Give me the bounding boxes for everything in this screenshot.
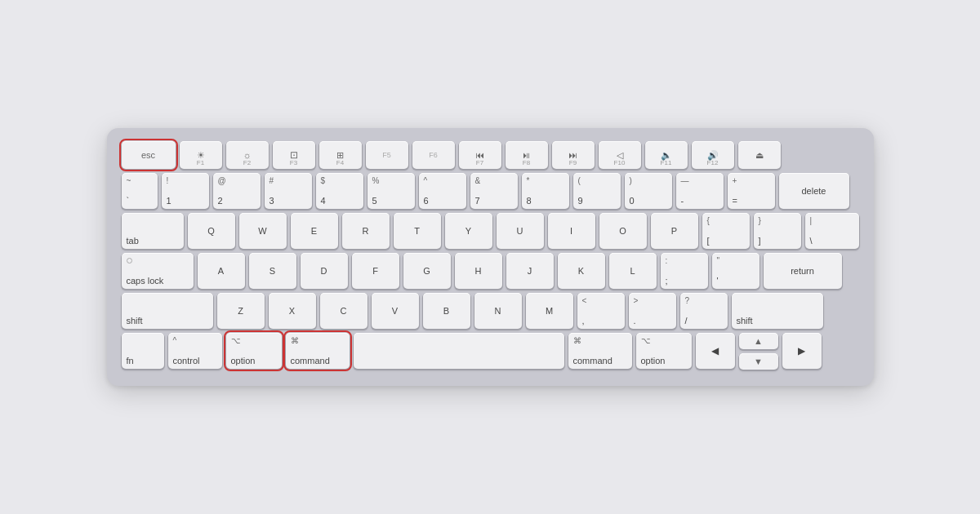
key-2[interactable]: @ 2: [213, 173, 261, 209]
key-f5[interactable]: F5: [366, 141, 408, 169]
key-l[interactable]: L: [609, 253, 657, 289]
key-quote[interactable]: " ': [712, 253, 760, 289]
key-tab[interactable]: tab: [122, 213, 184, 249]
key-3[interactable]: # 3: [265, 173, 312, 209]
key-comma[interactable]: < ,: [577, 293, 625, 329]
key-arrow-up[interactable]: ▲: [739, 333, 778, 349]
key-equals[interactable]: + =: [728, 173, 775, 209]
key-shift-right[interactable]: shift: [732, 293, 823, 329]
key-f11[interactable]: 🔈 F11: [645, 141, 688, 169]
key-q[interactable]: Q: [188, 213, 235, 249]
key-x[interactable]: X: [269, 293, 316, 329]
key-slash[interactable]: ? /: [680, 293, 728, 329]
key-f6[interactable]: F6: [412, 141, 455, 169]
key-arrow-left[interactable]: ◀: [696, 333, 735, 369]
key-eject[interactable]: ⏏: [738, 141, 781, 169]
capslock-indicator: [127, 258, 132, 264]
key-v[interactable]: V: [372, 293, 419, 329]
key-command-right[interactable]: ⌘ command: [568, 333, 632, 369]
key-space[interactable]: [354, 333, 564, 369]
key-fn[interactable]: fn: [122, 333, 164, 369]
key-4[interactable]: $ 4: [316, 173, 363, 209]
key-close-bracket[interactable]: } ]: [754, 213, 801, 249]
key-f12[interactable]: 🔊 F12: [692, 141, 734, 169]
key-open-bracket[interactable]: { [: [702, 213, 750, 249]
key-o[interactable]: O: [599, 213, 647, 249]
keyboard-body: esc ☀ F1 ☼ F2 ⊡ F3 ⊞ F4 F5 F6: [122, 141, 859, 370]
bottom-row: fn ^ control ⌥ option ⌘ command ⌘ comman…: [122, 333, 859, 370]
key-semicolon[interactable]: : ;: [661, 253, 708, 289]
key-z[interactable]: Z: [217, 293, 265, 329]
key-arrow-right[interactable]: ▶: [782, 333, 822, 369]
key-command-left[interactable]: ⌘ command: [286, 333, 350, 369]
key-control[interactable]: ^ control: [168, 333, 222, 369]
zxcv-row: shift Z X C V B N M < , > . ? / shift: [122, 293, 859, 329]
key-backslash[interactable]: | \: [805, 213, 859, 249]
key-p[interactable]: P: [651, 213, 698, 249]
key-s[interactable]: S: [249, 253, 296, 289]
key-f1[interactable]: ☀ F1: [180, 141, 222, 169]
key-n[interactable]: N: [474, 293, 522, 329]
key-g[interactable]: G: [403, 253, 451, 289]
qwerty-row: tab Q W E R T Y U I O P { [ } ] | \: [122, 213, 859, 249]
key-j[interactable]: J: [506, 253, 554, 289]
key-b[interactable]: B: [423, 293, 470, 329]
asdf-row: caps lock A S D F G H J K L : ; " ' retu…: [122, 253, 859, 289]
key-a[interactable]: A: [198, 253, 245, 289]
key-period[interactable]: > .: [629, 293, 676, 329]
key-f3[interactable]: ⊡ F3: [273, 141, 315, 169]
key-r[interactable]: R: [342, 213, 390, 249]
key-f9[interactable]: ⏭ F9: [552, 141, 595, 169]
keyboard: esc ☀ F1 ☼ F2 ⊡ F3 ⊞ F4 F5 F6: [107, 128, 874, 386]
key-f4[interactable]: ⊞ F4: [319, 141, 362, 169]
key-return[interactable]: return: [764, 253, 842, 289]
key-6[interactable]: ^ 6: [419, 173, 466, 209]
key-delete[interactable]: delete: [779, 173, 849, 209]
key-i[interactable]: I: [548, 213, 595, 249]
key-c[interactable]: C: [320, 293, 368, 329]
key-f10[interactable]: ◁ F10: [599, 141, 641, 169]
key-h[interactable]: H: [455, 253, 502, 289]
key-e[interactable]: E: [291, 213, 338, 249]
key-option-left[interactable]: ⌥ option: [226, 333, 282, 369]
key-w[interactable]: W: [239, 213, 287, 249]
key-8[interactable]: * 8: [522, 173, 569, 209]
arrow-up-down-group: ▲ ▼: [739, 333, 778, 370]
number-row: ~ ` ! 1 @ 2 # 3 $ 4 % 5: [122, 173, 859, 209]
key-capslock[interactable]: caps lock: [122, 253, 194, 289]
key-t[interactable]: T: [394, 213, 441, 249]
key-f8[interactable]: ⏯ F8: [506, 141, 548, 169]
key-option-right[interactable]: ⌥ option: [636, 333, 692, 369]
key-1[interactable]: ! 1: [162, 173, 209, 209]
key-minus[interactable]: — -: [676, 173, 724, 209]
key-m[interactable]: M: [526, 293, 573, 329]
key-esc-label: esc: [141, 151, 155, 160]
key-f7[interactable]: ⏮ F7: [459, 141, 501, 169]
key-k[interactable]: K: [558, 253, 605, 289]
key-y[interactable]: Y: [445, 213, 492, 249]
fn-row: esc ☀ F1 ☼ F2 ⊡ F3 ⊞ F4 F5 F6: [122, 141, 859, 169]
key-5[interactable]: % 5: [368, 173, 415, 209]
key-esc[interactable]: esc: [122, 141, 176, 169]
key-tilde[interactable]: ~ `: [122, 173, 158, 209]
key-9[interactable]: ( 9: [573, 173, 621, 209]
key-u[interactable]: U: [497, 213, 544, 249]
key-f[interactable]: F: [352, 253, 399, 289]
key-arrow-down[interactable]: ▼: [739, 353, 778, 370]
key-d[interactable]: D: [301, 253, 348, 289]
key-shift-left[interactable]: shift: [122, 293, 213, 329]
key-0[interactable]: ) 0: [625, 173, 672, 209]
key-7[interactable]: & 7: [470, 173, 518, 209]
key-f2[interactable]: ☼ F2: [226, 141, 269, 169]
